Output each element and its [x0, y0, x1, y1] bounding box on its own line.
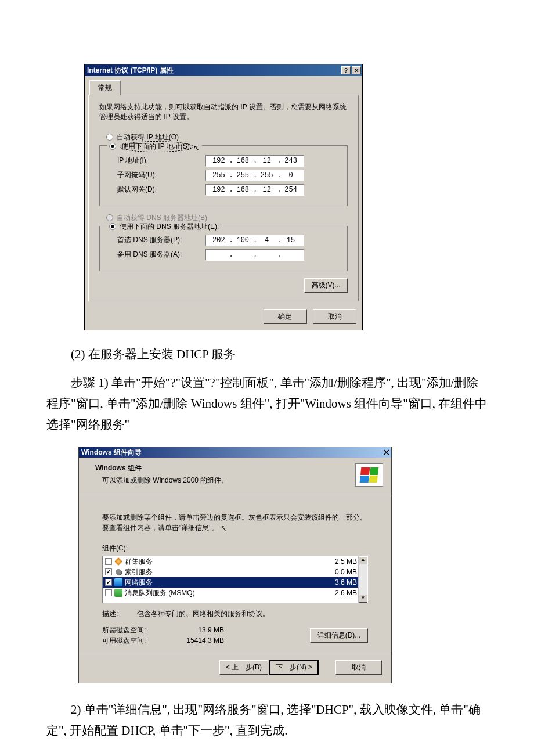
back-button[interactable]: < 上一步(B) — [219, 660, 268, 675]
header-title: Windows 组件 — [95, 463, 355, 473]
ip-address-input[interactable]: 192. 168. 12. 243 — [205, 155, 304, 167]
wizard-footer: < 上一步(B)下一步(N) > 取消 — [79, 653, 391, 683]
list-item[interactable]: 消息队列服务 (MSMQ) 2.6 MB — [103, 588, 367, 598]
list-item[interactable]: 群集服务 2.5 MB — [103, 556, 367, 567]
radio-icon — [109, 223, 116, 230]
desc-label: 描述: — [102, 609, 137, 619]
scroll-track[interactable] — [359, 564, 367, 595]
paragraph-step1: 步骤 1) 单击"开始"?"设置"?"控制面板", 单击"添加/删除程序", 出… — [46, 373, 488, 435]
cancel-button[interactable]: 取消 — [335, 660, 382, 675]
desc-text: 包含各种专门的、网络相关的服务和协议。 — [137, 609, 269, 619]
list-item[interactable]: ✔ 索引服务 0.0 MB — [103, 567, 367, 577]
help-button[interactable]: ? — [341, 66, 351, 74]
alternate-dns-input[interactable]: . . . — [205, 249, 304, 261]
titlebar: Internet 协议 (TCP/IP) 属性 ? ✕ — [85, 64, 362, 76]
advanced-button[interactable]: 高级(V)... — [304, 278, 348, 293]
checkbox-icon[interactable] — [105, 558, 112, 565]
dns-group: 使用下面的 DNS 服务器地址(E): 首选 DNS 服务器(P): 202. … — [99, 226, 348, 271]
components-listbox[interactable]: 群集服务 2.5 MB ✔ 索引服务 0.0 MB ✔ 网络服务 3.6 MB — [102, 556, 368, 603]
network-icon — [114, 578, 122, 586]
disk-req-value: 13.9 MB — [166, 625, 224, 635]
gw-label: 默认网关(D): — [107, 185, 205, 195]
description-text: 如果网络支持此功能，则可以获取自动指派的 IP 设置。否则，您需要从网络系统管理… — [99, 102, 348, 122]
radio-manual-dns[interactable]: 使用下面的 DNS 服务器地址(E): — [107, 222, 221, 232]
tab-strip: 常规 — [89, 80, 362, 95]
preferred-dns-row: 首选 DNS 服务器(P): 202. 100. 4. 15 — [107, 235, 340, 246]
mask-label: 子网掩码(U): — [107, 170, 205, 180]
gateway-input[interactable]: 192. 168. 12. 254 — [205, 184, 304, 196]
scrollbar[interactable]: ▲ ▼ — [358, 556, 367, 603]
preferred-dns-input[interactable]: 202. 100. 4. 15 — [205, 235, 304, 246]
dns2-label: 备用 DNS 服务器(A): — [107, 250, 205, 260]
dialog-footer: 确定 取消 — [85, 305, 362, 330]
radio-manual-ip[interactable]: 使用下面的 IP 地址(S): ↖ — [107, 141, 202, 152]
window-title: Internet 协议 (TCP/IP) 属性 — [87, 66, 340, 75]
dns1-label: 首选 DNS 服务器(P): — [107, 235, 205, 245]
paragraph-step2: 2) 单击"详细信息", 出现"网络服务"窗口, 选择"DHCP", 载入映像文… — [46, 700, 488, 741]
wizard-header: Windows 组件 可以添加或删除 Windows 2000 的组件。 — [79, 458, 391, 495]
gateway-row: 默认网关(D): 192. 168. 12. 254 — [107, 184, 340, 196]
checkbox-icon[interactable]: ✔ — [105, 579, 112, 586]
windows-components-wizard-dialog: Windows 组件向导 ✕ Windows 组件 可以添加或删除 Window… — [78, 447, 392, 683]
disk-req-label: 所需磁盘空间: — [102, 625, 166, 635]
close-button[interactable]: ✕ — [352, 66, 361, 74]
cursor-icon: ↖ — [221, 523, 227, 534]
components-label: 组件(C): — [102, 543, 368, 553]
ip-address-row: IP 地址(I): 192. 168. 12. 243 — [107, 155, 340, 167]
ok-button[interactable]: 确定 — [264, 309, 307, 324]
radio-icon — [106, 214, 113, 221]
instruction-text: 要添加或删除某个组件，请单击旁边的复选框。灰色框表示只会安装该组件的一部分。要查… — [102, 513, 368, 533]
disk-avail-value: 15414.3 MB — [166, 635, 224, 646]
wizard-body: 要添加或删除某个组件，请单击旁边的复选框。灰色框表示只会安装该组件的一部分。要查… — [79, 495, 391, 653]
scroll-down-icon[interactable]: ▼ — [359, 595, 367, 603]
radio-label: 使用下面的 DNS 服务器地址(E): — [120, 222, 219, 232]
tab-panel: 如果网络支持此功能，则可以获取自动指派的 IP 设置。否则，您需要从网络系统管理… — [88, 95, 359, 301]
checkbox-icon[interactable] — [105, 589, 112, 596]
list-item-selected[interactable]: ✔ 网络服务 3.6 MB — [103, 577, 367, 588]
window-title: Windows 组件向导 — [81, 448, 383, 458]
close-button[interactable]: ✕ — [383, 447, 390, 458]
checkbox-icon[interactable]: ✔ — [105, 568, 112, 575]
subnet-mask-input[interactable]: 255. 255. 255. 0 — [205, 170, 304, 181]
paragraph-2: (2) 在服务器上安装 DHCP 服务 — [46, 344, 488, 365]
disk-space-row: 所需磁盘空间: 可用磁盘空间: 13.9 MB 15414.3 MB 详细信息(… — [102, 625, 368, 646]
radio-icon — [106, 134, 113, 141]
ip-label: IP 地址(I): — [107, 156, 205, 165]
ip-group: 使用下面的 IP 地址(S): ↖ IP 地址(I): 192. 168. 12… — [99, 145, 348, 206]
advanced-row: 高级(V)... — [99, 278, 348, 293]
description-row: 描述: 包含各种专门的、网络相关的服务和协议。 — [102, 609, 368, 619]
radio-label: 使用下面的 IP 地址(S): — [120, 141, 193, 152]
index-icon — [116, 569, 121, 575]
subnet-mask-row: 子网掩码(U): 255. 255. 255. 0 — [107, 170, 340, 181]
next-button[interactable]: 下一步(N) > — [269, 660, 319, 675]
scroll-up-icon[interactable]: ▲ — [359, 556, 367, 564]
msmq-icon — [114, 589, 122, 597]
cursor-icon: ↖ — [193, 143, 200, 152]
cluster-icon — [114, 557, 122, 566]
tcpip-properties-dialog: Internet 协议 (TCP/IP) 属性 ? ✕ 常规 如果网络支持此功能… — [84, 64, 363, 330]
radio-icon — [109, 143, 116, 150]
titlebar: Windows 组件向导 ✕ — [79, 447, 391, 458]
tab-general[interactable]: 常规 — [89, 80, 121, 95]
windows-logo-icon — [355, 463, 383, 487]
header-subtitle: 可以添加或删除 Windows 2000 的组件。 — [95, 476, 355, 485]
cancel-button[interactable]: 取消 — [313, 309, 356, 324]
alternate-dns-row: 备用 DNS 服务器(A): . . . — [107, 249, 340, 261]
disk-avail-label: 可用磁盘空间: — [102, 635, 166, 646]
details-button[interactable]: 详细信息(D)... — [310, 628, 368, 643]
